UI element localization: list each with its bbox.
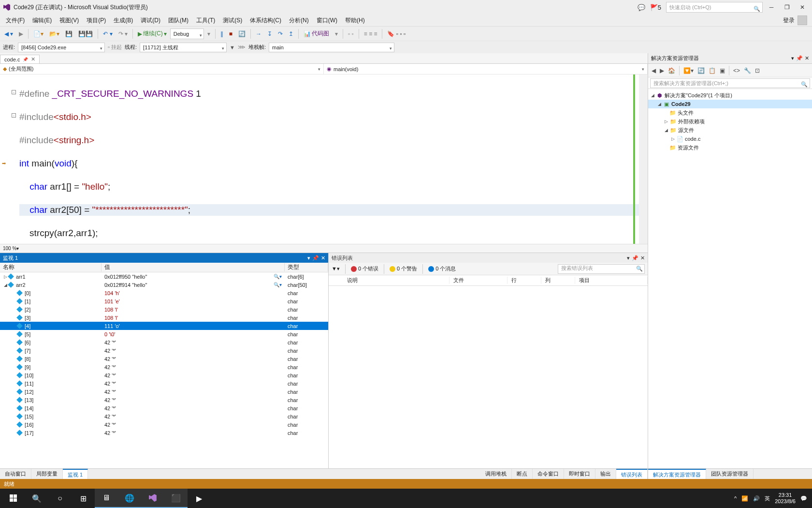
menu-help[interactable]: 帮助(H) — [341, 15, 369, 26]
search-button[interactable]: 🔍 — [25, 489, 48, 508]
tree-toggle[interactable]: ◢ — [3, 283, 8, 287]
solution-tree[interactable]: ◢ ⬢ 解决方案"Code29"(1 个项目) ◢ ▣ Code29 📁 头文件… — [648, 89, 812, 468]
menu-view[interactable]: 视图(V) — [56, 15, 83, 26]
watch-body[interactable]: ▷arr10x012ff950 "hello"🔍▾char[6]◢arr20x0… — [0, 272, 328, 468]
taskbar-media-icon[interactable]: ▶ — [188, 489, 211, 508]
watch-row[interactable]: [5]0 '\0'char — [0, 330, 328, 338]
project-node[interactable]: ◢ ▣ Code29 — [648, 100, 812, 108]
tab-watch-1[interactable]: 监视 1 — [63, 469, 88, 479]
watch-row[interactable]: ▷arr10x012ff950 "hello"🔍▾char[6] — [0, 272, 328, 281]
config-combo[interactable]: Debug — [170, 29, 204, 39]
value-visualizer-icon[interactable]: 🔍▾ — [274, 274, 282, 279]
minimize-button[interactable]: ─ — [765, 2, 778, 13]
step-over-button[interactable]: ↷ — [276, 29, 285, 39]
sol-showall-button[interactable]: 📋 — [707, 66, 717, 75]
step-out-button[interactable]: ↥ — [286, 29, 296, 39]
panel-menu-icon[interactable]: ▾ — [627, 255, 630, 261]
open-button[interactable]: 📂▾ — [47, 29, 62, 39]
start-button[interactable] — [2, 489, 25, 508]
tab-solution-explorer[interactable]: 解决方案资源管理器 — [648, 469, 706, 479]
menu-build[interactable]: 生成(B) — [110, 15, 137, 26]
sol-preview-button[interactable]: ⊡ — [754, 66, 761, 75]
tab-immediate[interactable]: 即时窗口 — [564, 469, 595, 479]
source-file-node[interactable]: ▷ 📄 code.c — [648, 134, 812, 143]
solution-search-input[interactable]: 搜索解决方案资源管理器(Ctrl+;)🔍 — [650, 78, 810, 88]
tree-toggle[interactable]: ◢ — [650, 93, 655, 98]
panel-close-icon[interactable]: ✕ — [805, 55, 809, 61]
tree-toggle[interactable]: ▷ — [3, 274, 8, 279]
menu-edit[interactable]: 编辑(E) — [29, 15, 56, 26]
member-combo[interactable]: ◉ main(void) — [324, 64, 648, 74]
stop-button[interactable]: ■ — [227, 29, 235, 39]
fold-toggle[interactable]: - — [12, 90, 16, 94]
panel-pin-icon[interactable]: 📌 — [796, 55, 803, 61]
col-line[interactable]: 行 — [508, 277, 541, 284]
fold-toggle[interactable]: - — [12, 113, 16, 118]
col-col[interactable]: 列 — [541, 277, 575, 284]
new-project-button[interactable]: 📄▾ — [31, 29, 46, 39]
menu-debug[interactable]: 调试(D) — [137, 15, 164, 26]
login-link[interactable]: 登录 — [783, 16, 795, 25]
col-type[interactable]: 类型 — [285, 263, 328, 271]
taskbar-vm-icon[interactable]: 🖥 — [95, 489, 118, 508]
tab-command[interactable]: 命令窗口 — [533, 469, 564, 479]
notification-center-icon[interactable]: 💬 — [800, 495, 807, 502]
sol-fwd-button[interactable]: ▶ — [658, 66, 666, 75]
cortana-icon[interactable]: ○ — [48, 489, 72, 508]
code-editor[interactable]: ➡ - - #define _CRT_SECURE_NO_WARNINGS 1 … — [0, 75, 648, 244]
thread-combo[interactable]: [11712] 主线程 — [140, 43, 227, 52]
panel-menu-icon[interactable]: ▾ — [791, 55, 794, 61]
col-file[interactable]: 文件 — [450, 277, 508, 284]
watch-row[interactable]: [2]108 'l'char — [0, 305, 328, 314]
notifications-flag[interactable]: 🚩5 — [650, 4, 661, 11]
sol-filter-button[interactable]: 🔽▾ — [682, 66, 695, 75]
vertical-scrollbar[interactable] — [639, 75, 648, 244]
sources-folder[interactable]: ◢ 📁 源文件 — [648, 126, 812, 134]
tab-locals[interactable]: 局部变量 — [31, 469, 63, 479]
menu-window[interactable]: 窗口(W) — [313, 15, 341, 26]
watch-row[interactable]: [0]104 'h'char — [0, 289, 328, 297]
nav-fwd-button[interactable]: ▶ — [16, 29, 26, 39]
save-all-button[interactable]: 💾💾 — [76, 29, 95, 39]
tab-callstack[interactable]: 调用堆栈 — [480, 469, 512, 479]
messages-filter[interactable]: 0 个消息 — [428, 265, 456, 272]
zoom-combo[interactable]: 100 % — [3, 246, 16, 251]
pin-icon[interactable]: 📌 — [23, 57, 28, 62]
volume-icon[interactable]: 🔊 — [753, 495, 760, 502]
scope-combo[interactable]: ◆ (全局范围) — [0, 64, 324, 74]
watch-row[interactable]: [12]42 '*'char — [0, 388, 328, 396]
filter-dropdown-icon[interactable]: ▼▾ — [332, 266, 340, 272]
panel-pin-icon[interactable]: 📌 — [632, 255, 638, 261]
tree-toggle[interactable]: ◢ — [657, 102, 662, 106]
taskbar-chrome-icon[interactable]: 🌐 — [118, 489, 141, 508]
watch-row[interactable]: [6]42 '*'char — [0, 338, 328, 346]
sol-properties-button[interactable]: <> — [732, 66, 741, 75]
tab-autos[interactable]: 自动窗口 — [0, 469, 31, 479]
watch-row[interactable]: [13]42 '*'char — [0, 396, 328, 404]
glyph-margin[interactable]: ➡ — [0, 75, 11, 244]
menu-arch[interactable]: 体系结构(C) — [246, 15, 285, 26]
sol-refresh-button[interactable]: 🔄 — [696, 66, 706, 75]
resources-folder[interactable]: 📁 资源文件 — [648, 143, 812, 152]
filter-icon[interactable]: ▼ — [230, 45, 235, 50]
panel-pin-icon[interactable]: 📌 — [312, 255, 319, 261]
platform-combo[interactable]: ▾ — [205, 29, 213, 39]
panel-close-icon[interactable]: ✕ — [321, 255, 325, 261]
error-body[interactable] — [329, 286, 648, 468]
restart-button[interactable]: 🔄 — [236, 29, 248, 39]
suspend-button[interactable]: ▫ 挂起 — [108, 44, 122, 51]
panel-close-icon[interactable]: ✕ — [640, 255, 645, 261]
watch-row[interactable]: [7]42 '*'char — [0, 346, 328, 355]
solution-root[interactable]: ◢ ⬢ 解决方案"Code29"(1 个项目) — [648, 91, 812, 100]
errors-filter[interactable]: 0 个错误 — [351, 265, 378, 272]
watch-row[interactable]: ◢arr20x012ff914 "hello"🔍▾char[50] — [0, 281, 328, 289]
taskbar-clock[interactable]: 23:31 2023/8/6 — [775, 492, 796, 505]
tab-output[interactable]: 输出 — [595, 469, 616, 479]
watch-row[interactable]: [14]42 '*'char — [0, 404, 328, 412]
tab-error-list[interactable]: 错误列表 — [616, 469, 648, 479]
close-button[interactable]: ✕ — [796, 2, 809, 13]
tab-team-explorer[interactable]: 团队资源管理器 — [706, 469, 754, 479]
tab-breakpoints[interactable]: 断点 — [512, 469, 533, 479]
panel-menu-icon[interactable]: ▾ — [307, 255, 310, 261]
watch-header[interactable]: 监视 1 ▾ 📌 ✕ — [0, 253, 328, 263]
